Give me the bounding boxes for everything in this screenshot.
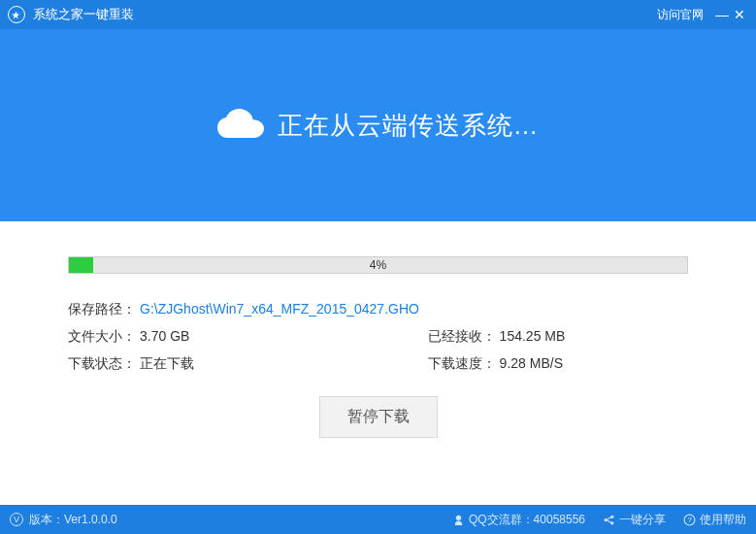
progress-percent-text: 4% [69,257,687,273]
minimize-button[interactable]: — [713,7,731,22]
progress-bar-container: 4% [68,256,688,274]
title-bar: 系统之家一键重装 访问官网 — ✕ [0,0,756,29]
file-size-label: 文件大小： [68,328,136,346]
received-label: 已经接收： [428,328,496,346]
share-link[interactable]: 一键分享 [603,512,666,528]
help-icon: ? [683,514,696,526]
speed-label: 下载速度： [428,355,496,373]
progress-bar: 4% [68,256,688,274]
app-title: 系统之家一键重装 [33,6,134,23]
share-icon [603,514,615,526]
save-path-value[interactable]: G:\ZJGhost\Win7_x64_MFZ_2015_0427.GHO [140,301,419,318]
version-label: 版本： [29,512,64,528]
help-link[interactable]: ? 使用帮助 [683,512,746,528]
visit-official-link[interactable]: 访问官网 [657,7,704,23]
app-logo-icon [8,6,25,23]
qq-group-link[interactable]: QQ交流群： 40058556 [452,512,585,528]
app-window: 系统之家一键重装 访问官网 — ✕ 正在从云端传送系统… 4% 保存路径： G: [0,0,756,534]
version-icon: V [10,513,23,526]
hero-banner: 正在从云端传送系统… [0,29,756,221]
version-value: Ver1.0.0.0 [64,513,117,526]
close-button[interactable]: ✕ [731,7,748,22]
svg-text:?: ? [687,516,691,524]
qq-group-label: QQ交流群： [469,512,534,528]
share-label: 一键分享 [619,512,666,528]
status-value: 正在下载 [140,355,194,373]
save-path-label: 保存路径： [68,301,136,318]
hero-heading: 正在从云端传送系统… [278,109,540,143]
download-info: 保存路径： G:\ZJGhost\Win7_x64_MFZ_2015_0427.… [68,301,688,373]
status-label: 下载状态： [68,355,136,373]
svg-point-0 [456,515,461,519]
cloud-icon [217,108,264,143]
speed-value: 9.28 MB/S [500,355,563,373]
received-value: 154.25 MB [500,328,566,346]
help-label: 使用帮助 [700,512,746,528]
pause-download-button[interactable]: 暂停下载 [319,396,438,438]
file-size-value: 3.70 GB [140,328,189,346]
status-bar: V 版本： Ver1.0.0.0 QQ交流群： 40058556 一键分享 ? … [0,505,756,534]
qq-icon [452,514,465,526]
content-area: 4% 保存路径： G:\ZJGhost\Win7_x64_MFZ_2015_04… [0,221,756,505]
qq-group-value: 40058556 [534,513,585,526]
